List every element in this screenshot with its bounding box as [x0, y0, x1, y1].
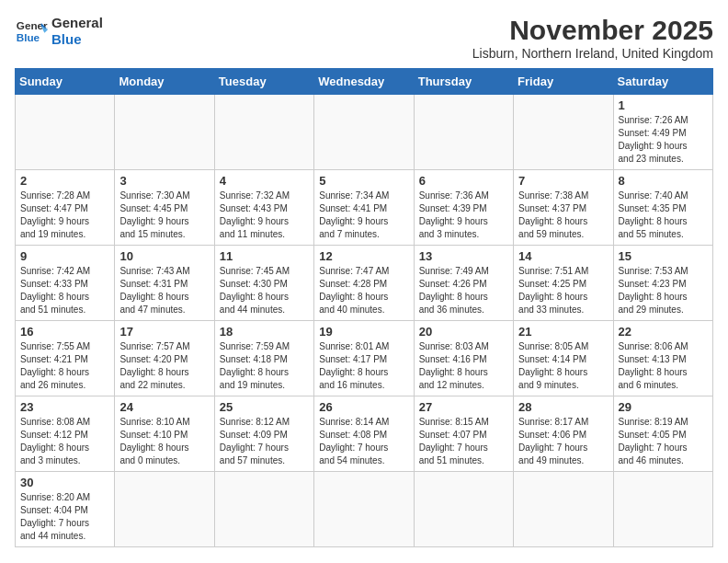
- cell-content: Sunrise: 7:38 AMSunset: 4:37 PMDaylight:…: [518, 190, 608, 241]
- calendar-cell: 23Sunrise: 8:08 AMSunset: 4:12 PMDayligh…: [16, 396, 115, 472]
- calendar-cell: 29Sunrise: 8:19 AMSunset: 4:05 PMDayligh…: [613, 396, 712, 472]
- day-number: 7: [518, 174, 608, 188]
- calendar-cell: 4Sunrise: 7:32 AMSunset: 4:43 PMDaylight…: [214, 170, 313, 246]
- calendar-cell: 7Sunrise: 7:38 AMSunset: 4:37 PMDaylight…: [514, 170, 613, 246]
- cell-content: Sunrise: 8:15 AMSunset: 4:07 PMDaylight:…: [419, 416, 508, 467]
- logo-icon: General Blue: [15, 15, 48, 48]
- cell-content: Sunrise: 8:17 AMSunset: 4:06 PMDaylight:…: [518, 416, 608, 467]
- day-number: 5: [319, 174, 408, 188]
- week-row-2: 2Sunrise: 7:28 AMSunset: 4:47 PMDaylight…: [16, 170, 713, 246]
- cell-content: Sunrise: 7:59 AMSunset: 4:18 PMDaylight:…: [220, 340, 309, 392]
- calendar-cell: 13Sunrise: 7:49 AMSunset: 4:26 PMDayligh…: [414, 246, 513, 321]
- calendar-cell: 16Sunrise: 7:55 AMSunset: 4:21 PMDayligh…: [16, 321, 115, 396]
- calendar-cell: [414, 472, 513, 547]
- weekday-header-monday: Monday: [115, 69, 214, 95]
- cell-content: Sunrise: 7:28 AMSunset: 4:47 PMDaylight:…: [20, 190, 109, 241]
- title-block: November 2025 Lisburn, Northern Ireland,…: [472, 15, 713, 61]
- calendar-cell: 2Sunrise: 7:28 AMSunset: 4:47 PMDaylight…: [16, 170, 115, 246]
- day-number: 23: [20, 400, 109, 414]
- cell-content: Sunrise: 8:05 AMSunset: 4:14 PMDaylight:…: [518, 340, 608, 392]
- weekday-header-thursday: Thursday: [414, 69, 513, 95]
- cell-content: Sunrise: 8:03 AMSunset: 4:16 PMDaylight:…: [419, 340, 508, 392]
- calendar-cell: [613, 472, 712, 547]
- cell-content: Sunrise: 7:34 AMSunset: 4:41 PMDaylight:…: [319, 190, 408, 241]
- calendar-cell: 9Sunrise: 7:42 AMSunset: 4:33 PMDaylight…: [16, 246, 115, 321]
- day-number: 9: [20, 249, 109, 263]
- month-title: November 2025: [472, 15, 713, 46]
- day-number: 24: [119, 400, 209, 414]
- calendar-cell: 10Sunrise: 7:43 AMSunset: 4:31 PMDayligh…: [115, 246, 214, 321]
- cell-content: Sunrise: 7:42 AMSunset: 4:33 PMDaylight:…: [20, 265, 109, 316]
- cell-content: Sunrise: 8:01 AMSunset: 4:17 PMDaylight:…: [319, 340, 408, 392]
- calendar-cell: 30Sunrise: 8:20 AMSunset: 4:04 PMDayligh…: [16, 472, 115, 547]
- calendar-cell: 6Sunrise: 7:36 AMSunset: 4:39 PMDaylight…: [414, 170, 513, 246]
- calendar-cell: [115, 95, 214, 170]
- calendar-cell: 14Sunrise: 7:51 AMSunset: 4:25 PMDayligh…: [514, 246, 613, 321]
- cell-content: Sunrise: 7:43 AMSunset: 4:31 PMDaylight:…: [119, 265, 209, 316]
- location-text: Lisburn, Northern Ireland, United Kingdo…: [472, 46, 713, 61]
- calendar-cell: 11Sunrise: 7:45 AMSunset: 4:30 PMDayligh…: [214, 246, 313, 321]
- cell-content: Sunrise: 8:08 AMSunset: 4:12 PMDaylight:…: [20, 416, 109, 467]
- calendar-cell: [514, 472, 613, 547]
- calendar-cell: 8Sunrise: 7:40 AMSunset: 4:35 PMDaylight…: [613, 170, 712, 246]
- logo-blue-text: Blue: [51, 31, 103, 48]
- cell-content: Sunrise: 7:26 AMSunset: 4:49 PMDaylight:…: [619, 114, 708, 166]
- calendar-cell: [514, 95, 613, 170]
- calendar-cell: [115, 472, 214, 547]
- day-number: 26: [319, 400, 408, 414]
- calendar-cell: 5Sunrise: 7:34 AMSunset: 4:41 PMDaylight…: [314, 170, 414, 246]
- calendar-cell: [314, 472, 414, 547]
- weekday-header-sunday: Sunday: [16, 69, 115, 95]
- cell-content: Sunrise: 8:06 AMSunset: 4:13 PMDaylight:…: [619, 340, 708, 392]
- calendar-cell: 19Sunrise: 8:01 AMSunset: 4:17 PMDayligh…: [314, 321, 414, 396]
- calendar-cell: 18Sunrise: 7:59 AMSunset: 4:18 PMDayligh…: [214, 321, 313, 396]
- cell-content: Sunrise: 7:55 AMSunset: 4:21 PMDaylight:…: [20, 340, 109, 392]
- calendar-cell: [214, 472, 313, 547]
- day-number: 1: [619, 98, 708, 112]
- day-number: 3: [119, 174, 209, 188]
- cell-content: Sunrise: 7:32 AMSunset: 4:43 PMDaylight:…: [220, 190, 309, 241]
- cell-content: Sunrise: 7:49 AMSunset: 4:26 PMDaylight:…: [419, 265, 508, 316]
- week-row-6: 30Sunrise: 8:20 AMSunset: 4:04 PMDayligh…: [16, 472, 713, 547]
- calendar-cell: 25Sunrise: 8:12 AMSunset: 4:09 PMDayligh…: [214, 396, 313, 472]
- day-number: 11: [220, 249, 309, 263]
- cell-content: Sunrise: 7:45 AMSunset: 4:30 PMDaylight:…: [220, 265, 309, 316]
- cell-content: Sunrise: 8:10 AMSunset: 4:10 PMDaylight:…: [119, 416, 209, 467]
- cell-content: Sunrise: 7:53 AMSunset: 4:23 PMDaylight:…: [619, 265, 708, 316]
- svg-text:Blue: Blue: [17, 31, 40, 43]
- cell-content: Sunrise: 8:19 AMSunset: 4:05 PMDaylight:…: [619, 416, 708, 467]
- weekday-header-friday: Friday: [514, 69, 613, 95]
- day-number: 25: [220, 400, 309, 414]
- week-row-3: 9Sunrise: 7:42 AMSunset: 4:33 PMDaylight…: [16, 246, 713, 321]
- day-number: 29: [619, 400, 708, 414]
- week-row-5: 23Sunrise: 8:08 AMSunset: 4:12 PMDayligh…: [16, 396, 713, 472]
- cell-content: Sunrise: 7:36 AMSunset: 4:39 PMDaylight:…: [419, 190, 508, 241]
- day-number: 13: [419, 249, 508, 263]
- day-number: 4: [220, 174, 309, 188]
- cell-content: Sunrise: 8:20 AMSunset: 4:04 PMDaylight:…: [20, 491, 109, 543]
- day-number: 18: [220, 325, 309, 339]
- day-number: 21: [518, 325, 608, 339]
- weekday-header-wednesday: Wednesday: [314, 69, 414, 95]
- day-number: 8: [619, 174, 708, 188]
- weekday-header-row: SundayMondayTuesdayWednesdayThursdayFrid…: [16, 69, 713, 95]
- calendar-cell: [314, 95, 414, 170]
- cell-content: Sunrise: 7:47 AMSunset: 4:28 PMDaylight:…: [319, 265, 408, 316]
- day-number: 28: [518, 400, 608, 414]
- calendar-cell: [16, 95, 115, 170]
- day-number: 17: [119, 325, 209, 339]
- calendar-cell: 21Sunrise: 8:05 AMSunset: 4:14 PMDayligh…: [514, 321, 613, 396]
- week-row-4: 16Sunrise: 7:55 AMSunset: 4:21 PMDayligh…: [16, 321, 713, 396]
- day-number: 6: [419, 174, 508, 188]
- calendar-cell: 28Sunrise: 8:17 AMSunset: 4:06 PMDayligh…: [514, 396, 613, 472]
- cell-content: Sunrise: 8:12 AMSunset: 4:09 PMDaylight:…: [220, 416, 309, 467]
- day-number: 15: [619, 249, 708, 263]
- cell-content: Sunrise: 8:14 AMSunset: 4:08 PMDaylight:…: [319, 416, 408, 467]
- calendar-cell: 27Sunrise: 8:15 AMSunset: 4:07 PMDayligh…: [414, 396, 513, 472]
- calendar-cell: 3Sunrise: 7:30 AMSunset: 4:45 PMDaylight…: [115, 170, 214, 246]
- day-number: 2: [20, 174, 109, 188]
- day-number: 16: [20, 325, 109, 339]
- day-number: 30: [20, 476, 109, 489]
- calendar-cell: [214, 95, 313, 170]
- calendar-cell: 17Sunrise: 7:57 AMSunset: 4:20 PMDayligh…: [115, 321, 214, 396]
